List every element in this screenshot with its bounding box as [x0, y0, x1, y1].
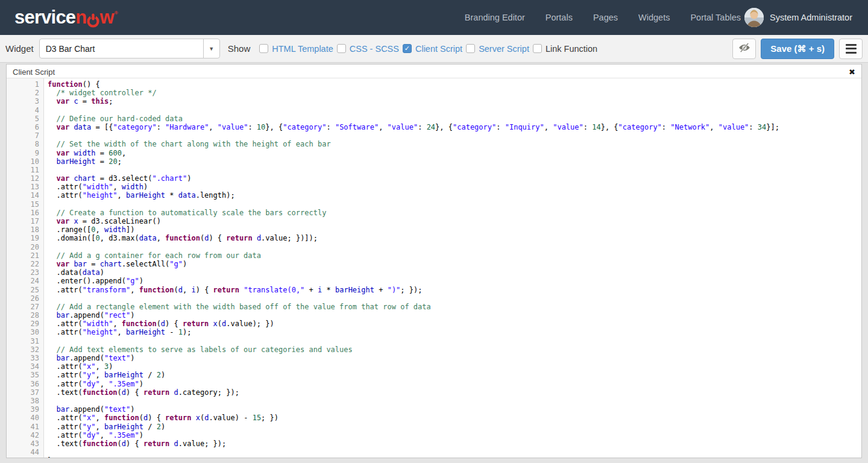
code-line[interactable]: bar.append("text")	[48, 354, 861, 362]
servicenow-logo[interactable]: servicen w ®	[14, 7, 118, 28]
code-line[interactable]: .domain([0, d3.max(data, function(d) { r…	[48, 234, 861, 242]
eye-off-icon	[738, 42, 750, 55]
checkbox-label: Server Script	[479, 44, 529, 54]
code-line[interactable]	[48, 131, 861, 140]
show-label: Show	[228, 43, 251, 54]
code-line[interactable]: .attr("x", 3)	[48, 362, 861, 371]
code-line[interactable]: .attr("transform", function(d, i) { retu…	[48, 286, 861, 294]
logo-text-n: n	[75, 7, 86, 28]
code-line[interactable]: barHeight = 20;	[48, 157, 861, 166]
code-line[interactable]: .range([0, width])	[48, 225, 861, 234]
code-line[interactable]	[48, 243, 861, 251]
code-line[interactable]: .attr("dy", ".35em")	[48, 380, 861, 388]
user-menu[interactable]: System Administrator	[744, 8, 852, 27]
code-line[interactable]: function() {	[48, 80, 861, 89]
nav-item-portal-tables[interactable]: Portal Tables	[690, 13, 741, 22]
panel-title: Client Script	[13, 68, 55, 77]
code-line[interactable]: // Add text elements to serve as labels …	[48, 345, 861, 354]
line-number-gutter: 1234567891011121314151617181920212223242…	[7, 78, 44, 458]
show-checkbox-client-script[interactable]: ✓Client Script	[403, 44, 462, 54]
show-checkbox-group: HTML TemplateCSS - SCSS✓Client ScriptSer…	[256, 44, 597, 54]
code-line[interactable]	[48, 337, 861, 345]
code-line[interactable]: // Set the width of the chart along with…	[48, 140, 861, 148]
checkbox-label: HTML Template	[272, 44, 333, 54]
nav-item-branding-editor[interactable]: Branding Editor	[465, 13, 525, 22]
show-checkbox-server-script[interactable]: Server Script	[466, 44, 529, 54]
avatar[interactable]	[744, 8, 764, 27]
code-editor[interactable]: 1234567891011121314151617181920212223242…	[7, 78, 861, 458]
code-line[interactable]: .enter().append("g")	[48, 277, 861, 285]
user-name: System Administrator	[770, 13, 852, 22]
code-line[interactable]: }	[48, 456, 861, 458]
code-line[interactable]	[48, 294, 861, 303]
code-line[interactable]: var x = d3.scaleLinear()	[48, 217, 861, 225]
code-lines[interactable]: function() { /* widget controller */ var…	[44, 78, 861, 458]
code-line[interactable]: .text(function(d) { return d.value; });	[48, 439, 861, 448]
hamburger-icon	[846, 44, 857, 54]
logo-text-service: service	[14, 7, 75, 28]
code-line[interactable]	[48, 106, 861, 115]
show-checkbox-css-scss[interactable]: CSS - SCSS	[337, 44, 399, 54]
code-line[interactable]: .attr("x", function(d) { return x(d.valu…	[48, 414, 861, 422]
code-line[interactable]: .data(data)	[48, 268, 861, 277]
toolbar-right: Save (⌘ + s)	[732, 39, 863, 59]
checkbox-box[interactable]	[259, 44, 268, 53]
code-line[interactable]: var data = [{"category": "Hardware", "va…	[48, 123, 861, 131]
show-checkbox-html-template[interactable]: HTML Template	[259, 44, 333, 54]
code-line[interactable]: .attr("width", width)	[48, 183, 861, 191]
show-checkbox-link-function[interactable]: Link Function	[533, 44, 597, 54]
power-icon	[87, 11, 99, 27]
code-line[interactable]: .attr("width", function(d) { return x(d.…	[48, 320, 861, 328]
code-line[interactable]: .attr("dy", ".35em")	[48, 431, 861, 439]
code-line[interactable]: // Add a g container for each row from o…	[48, 251, 861, 260]
top-nav: Branding EditorPortalsPagesWidgetsPortal…	[465, 13, 741, 22]
logo-text-w: w	[99, 7, 113, 28]
code-line[interactable]: var bar = chart.selectAll("g")	[48, 260, 861, 268]
code-line[interactable]: .attr("y", barHeight / 2)	[48, 423, 861, 431]
check-icon[interactable]: ✓	[403, 44, 412, 53]
main-content: Client Script ✖ 123456789101112131415161…	[0, 63, 868, 463]
widget-label: Widget	[5, 43, 34, 54]
code-line[interactable]	[48, 397, 861, 405]
checkbox-label: Client Script	[415, 44, 462, 54]
client-script-panel: Client Script ✖ 123456789101112131415161…	[6, 64, 862, 458]
code-line[interactable]	[48, 166, 861, 174]
code-line[interactable]: var chart = d3.select(".chart")	[48, 174, 861, 183]
code-line[interactable]: .attr("height", barHeight - 1);	[48, 328, 861, 336]
toggle-preview-button[interactable]	[732, 39, 756, 59]
menu-button[interactable]	[839, 39, 863, 59]
code-line[interactable]: // Add a rectangle element with the widt…	[48, 303, 861, 311]
code-line[interactable]: // Define our hard-coded data	[48, 115, 861, 123]
close-icon[interactable]: ✖	[849, 68, 855, 76]
code-line[interactable]: // Create a function to automatically sc…	[48, 209, 861, 217]
widget-toolbar: Widget D3 Bar Chart ▼ Show HTML Template…	[0, 35, 868, 63]
code-line[interactable]: var c = this;	[48, 97, 861, 106]
app-header: servicen w ® Branding EditorPortalsPages…	[0, 0, 868, 35]
code-line[interactable]: /* widget controller */	[48, 89, 861, 97]
checkbox-box[interactable]	[337, 44, 346, 53]
code-line[interactable]: .attr("height", barHeight * data.length)…	[48, 191, 861, 200]
code-line[interactable]	[48, 448, 861, 456]
checkbox-label: Link Function	[546, 44, 597, 54]
widget-select-value: D3 Bar Chart	[40, 39, 203, 58]
panel-header: Client Script ✖	[7, 65, 861, 78]
nav-item-widgets[interactable]: Widgets	[638, 13, 670, 22]
checkbox-box[interactable]	[533, 44, 542, 53]
widget-select[interactable]: D3 Bar Chart ▼	[39, 39, 220, 58]
code-line[interactable]: bar.append("rect")	[48, 311, 861, 320]
code-line[interactable]	[48, 200, 861, 209]
code-line[interactable]: .text(function(d) { return d.category; }…	[48, 388, 861, 397]
checkbox-label: CSS - SCSS	[350, 44, 399, 54]
nav-item-pages[interactable]: Pages	[593, 13, 618, 22]
chevron-down-icon[interactable]: ▼	[203, 39, 219, 58]
code-line[interactable]: .attr("y", barHeight / 2)	[48, 371, 861, 379]
nav-item-portals[interactable]: Portals	[546, 13, 573, 22]
code-line[interactable]: var width = 600,	[48, 149, 861, 157]
save-button[interactable]: Save (⌘ + s)	[761, 39, 834, 59]
code-line[interactable]: bar.append("text")	[48, 405, 861, 414]
trademark-icon: ®	[115, 10, 118, 16]
checkbox-box[interactable]	[466, 44, 475, 53]
